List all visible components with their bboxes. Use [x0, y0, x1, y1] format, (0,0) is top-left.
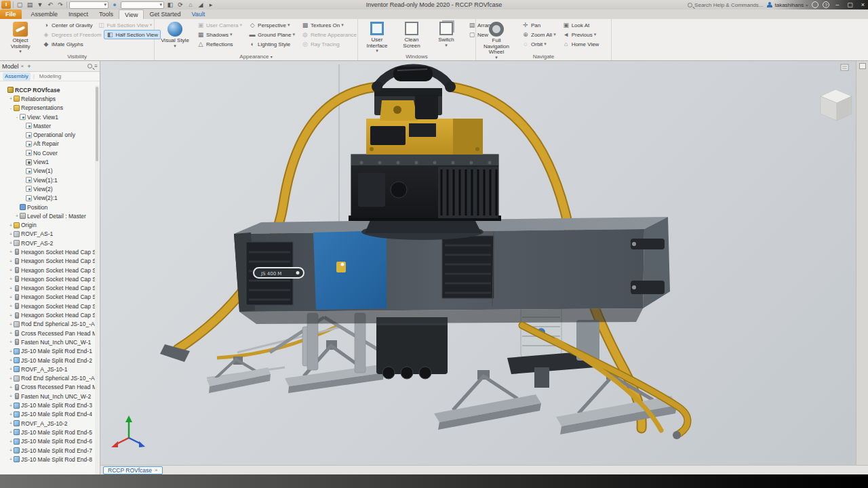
maximize-button[interactable]: ▢	[845, 0, 855, 9]
ribbon-item-reflections[interactable]: △Reflections	[195, 39, 245, 49]
tree-expander[interactable]: +	[8, 322, 14, 327]
close-button[interactable]: ×	[859, 0, 867, 9]
browser-tab-modeling[interactable]: Modeling	[37, 73, 63, 81]
tree-item-view-2[interactable]: View(2)	[0, 184, 95, 193]
tree-item-js-10-male-split-rod-end-2[interactable]: +JS-10 Male Split Rod End-2	[0, 356, 95, 365]
tree-item-representations[interactable]: -Representations	[0, 104, 95, 113]
update-icon[interactable]: ⟳	[176, 1, 184, 9]
clean-screen-button[interactable]: Clean Screen	[395, 20, 428, 53]
object-visibility-button[interactable]: Object Visibility ▾	[3, 20, 38, 54]
browser-menu-icon[interactable]: ≡	[94, 63, 98, 69]
tree-item-rovf-a-js-10-1[interactable]: +ROVF_A_JS-10-1	[0, 365, 95, 373]
tree-item-operational-only[interactable]: Operational only	[0, 130, 95, 139]
tree-item-fasten-nut-inch-unc-w-1[interactable]: +Fasten Nut_Inch UNC_W-1	[0, 338, 95, 346]
tree-item-no-cover[interactable]: No Cover	[0, 148, 95, 157]
ribbon-item-zoom-all[interactable]: ⊕Zoom All▾	[519, 30, 559, 39]
tree-expander[interactable]: +	[8, 96, 14, 101]
open-file-icon[interactable]: ▤	[26, 1, 34, 9]
browser-add-icon[interactable]: +	[27, 63, 31, 70]
minimize-button[interactable]: –	[833, 0, 841, 9]
tree-expander[interactable]: +	[14, 214, 20, 218]
track-unit-center[interactable]	[376, 317, 448, 379]
tree-item-position[interactable]: Position	[0, 203, 95, 211]
ribbon-item-imate-glyphs[interactable]: ◆iMate Glyphs	[40, 39, 86, 49]
tree-item-origin[interactable]: +Origin	[0, 220, 95, 229]
panel-label-visibility[interactable]: Visibility	[0, 54, 154, 60]
tree-item-rccp-rovfcase[interactable]: RCCP ROVfcase	[0, 85, 95, 94]
tab-inspect[interactable]: Inspect	[63, 9, 94, 19]
document-tab[interactable]: RCCP ROVfcase ×	[103, 466, 163, 474]
yellow-generator-box[interactable]	[366, 119, 483, 155]
redo-icon[interactable]: ↷	[56, 1, 64, 9]
ribbon-item-look-at[interactable]: ▣Look At	[560, 20, 602, 30]
tree-item-hexagon-socket-head-cap-screw-inch[interactable]: +Hexagon Socket Head Cap Screw - Inch	[0, 274, 95, 283]
tab-file[interactable]: File	[0, 9, 22, 19]
material-combo[interactable]: ▾	[69, 1, 108, 9]
browser-tab-assembly[interactable]: Assembly	[3, 73, 31, 81]
tree-item-hexagon-socket-head-cap-screw-inch[interactable]: +Hexagon Socket Head Cap Screw - Inch	[0, 293, 95, 302]
ribbon-item-half-section-view[interactable]: ◧Half Section View	[104, 30, 161, 39]
tree-expander[interactable]: +	[8, 448, 14, 453]
ribbon-item-pan[interactable]: ✛Pan	[519, 20, 559, 30]
panel-label-navigate[interactable]: Navigate	[476, 54, 611, 60]
undo-icon[interactable]: ↶	[46, 1, 54, 9]
tree-expander[interactable]: -	[14, 115, 20, 119]
tree-item-js-10-male-split-rod-end-4[interactable]: +JS-10 Male Split Rod End-4	[0, 410, 95, 419]
tree-item-rovf-a-js-10-2[interactable]: +ROVF_A_JS-10-2	[0, 419, 95, 428]
tree-expander[interactable]: +	[8, 358, 14, 363]
skid-foot-right[interactable]	[434, 370, 541, 430]
help-icon[interactable]: ?	[823, 1, 829, 8]
save-icon[interactable]: ▼	[36, 1, 44, 9]
tree-expander[interactable]: +	[8, 249, 14, 254]
appearance-combo[interactable]: ▾	[121, 1, 164, 9]
tree-expander[interactable]: +	[8, 268, 14, 272]
ribbon-item-refine-appearance[interactable]: ◍Refine Appearance	[299, 30, 359, 39]
tree-item-view-1-1[interactable]: View(1):1	[0, 176, 95, 184]
notification-icon[interactable]	[812, 1, 818, 8]
tree-expander[interactable]: +	[8, 403, 14, 408]
tree-expander[interactable]: +	[8, 394, 14, 399]
tree-item-js-10-male-split-rod-end-3[interactable]: +JS-10 Male Split Rod End-3	[0, 401, 95, 409]
tree-item-aft-repair[interactable]: Aft Repair	[0, 140, 95, 148]
adjust-icon[interactable]: ◧	[166, 1, 174, 9]
ribbon-item-ground-plane[interactable]: ▬Ground Plane▾	[246, 30, 298, 39]
tree-item-relationships[interactable]: +Relationships	[0, 94, 95, 103]
inventor-logo-icon[interactable]: I	[1, 1, 11, 9]
tree-item-rovf-as-2[interactable]: +ROVF_AS-2	[0, 239, 95, 247]
tree-item-hexagon-socket-head-cap-screw-inch[interactable]: +Hexagon Socket Head Cap Screw - Inch	[0, 310, 95, 319]
tree-expander[interactable]: +	[8, 412, 14, 417]
select-icon[interactable]: ▸	[207, 1, 215, 9]
ribbon-item-orbit[interactable]: ◌Orbit▾	[519, 39, 559, 49]
tree-expander[interactable]: +	[8, 277, 14, 281]
tree-item-rovf-as-1[interactable]: +ROVF_AS-1	[0, 230, 95, 239]
browser-collapse-icon[interactable]	[841, 64, 848, 70]
tree-item-hexagon-socket-head-cap-screw-inch[interactable]: +Hexagon Socket Head Cap Screw - Inch	[0, 284, 95, 293]
ribbon-item-previous[interactable]: ◄Previous▾	[560, 30, 602, 39]
ribbon-item-home-view[interactable]: ⌂Home View	[560, 39, 602, 49]
tree-expander[interactable]: +	[8, 313, 14, 318]
ribbon-item-center-of-gravity[interactable]: ◑Center of Gravity	[40, 20, 95, 30]
tree-expander[interactable]: +	[8, 376, 14, 381]
tree-expander[interactable]: +	[8, 295, 14, 300]
tree-item-js-10-male-split-rod-end-1[interactable]: +JS-10 Male Split Rod End-1	[0, 347, 95, 356]
viewport[interactable]: JS 400 M	[100, 61, 856, 465]
tab-assemble[interactable]: Assemble	[26, 9, 64, 19]
user-interface-button[interactable]: User Interface▾	[361, 20, 393, 53]
browser-search-icon[interactable]	[87, 64, 92, 68]
ribbon-item-perspective[interactable]: ◇Perspective▾	[246, 20, 298, 30]
tree-expander[interactable]: +	[8, 385, 14, 390]
panel-toggle-icon[interactable]	[859, 63, 866, 69]
tree-item-cross-recessed-pan-head-machine-scr[interactable]: +Cross Recessed Pan Head Machine Scr	[0, 383, 95, 392]
tree-item-rod-end-spherical-js-10-a-2[interactable]: +Rod End Spherical JS-10_-A-2	[0, 374, 95, 383]
account-menu[interactable]: takashihans ▾	[767, 2, 808, 8]
tree-expander[interactable]: +	[8, 367, 14, 371]
close-icon[interactable]: ×	[155, 467, 158, 473]
visual-style-button[interactable]: Visual Style ▾	[157, 20, 193, 48]
tab-get-started[interactable]: Get Started	[144, 9, 186, 19]
ribbon-item-degrees-of-freedom[interactable]: ◈Degrees of Freedom	[40, 30, 104, 39]
browser-close-icon[interactable]: ×	[21, 63, 24, 69]
ribbon-item-shadows[interactable]: ▦Shadows▾	[195, 30, 245, 39]
tree-item-hexagon-socket-head-cap-screw-inch[interactable]: +Hexagon Socket Head Cap Screw - Inch	[0, 247, 95, 256]
engine-assembly[interactable]	[349, 155, 501, 240]
view-cube[interactable]	[821, 89, 852, 121]
